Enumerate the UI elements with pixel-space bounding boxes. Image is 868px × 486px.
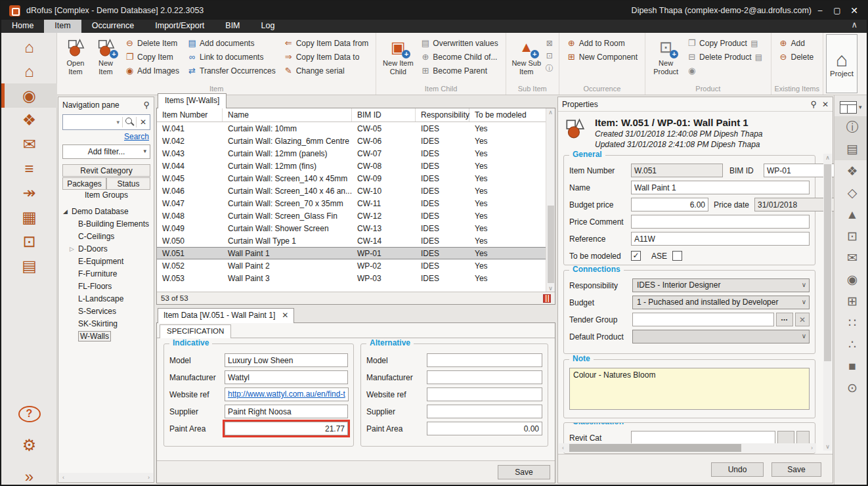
supplier-field[interactable] bbox=[225, 405, 348, 418]
search-icon[interactable] bbox=[123, 116, 136, 129]
scroll-thumb[interactable] bbox=[824, 164, 831, 361]
close-tab-icon[interactable]: ✕ bbox=[282, 311, 288, 323]
table-row[interactable]: W.048 Curtain Wall: Screen_Glass Fin CW-… bbox=[157, 210, 546, 222]
tree-expanded-icon[interactable]: ◢ bbox=[63, 206, 68, 218]
module-button[interactable]: ❖ bbox=[1, 108, 57, 132]
new-sub-item-button[interactable]: ▲ + New Sub Item bbox=[510, 33, 544, 76]
ribbon-button[interactable]: ❐Copy Product▤ bbox=[687, 38, 763, 48]
module-button[interactable]: ✉ bbox=[1, 132, 57, 156]
tree-node[interactable]: B-Building Elements bbox=[78, 218, 154, 231]
ribbon-button[interactable]: ⊕Add to Room bbox=[567, 38, 638, 48]
module-button[interactable]: ▦ bbox=[1, 205, 57, 229]
table-row[interactable]: W.041 Curtain Wall: 10mm CW-05 IDES Yes bbox=[157, 122, 546, 135]
properties-horizontal-scrollbar[interactable]: ‹ › bbox=[559, 443, 816, 453]
view-button[interactable]: ⓘ bbox=[835, 116, 868, 138]
table-row[interactable]: W.046 Curtain Wall: Screen_140 x 46 an..… bbox=[157, 185, 546, 197]
manufacturer-field[interactable] bbox=[225, 370, 348, 384]
view-button[interactable]: ⊙ bbox=[835, 377, 868, 399]
module-button[interactable]: ≡ bbox=[1, 156, 57, 181]
responsibility-dropdown[interactable]: IDES - Interior Designer∨ bbox=[632, 278, 810, 292]
revit-category-clear-button[interactable] bbox=[796, 431, 810, 445]
packages-button[interactable]: Packages bbox=[62, 177, 106, 190]
table-row[interactable]: W.049 Curtain Wall: Shower Screen CW-13 … bbox=[157, 222, 546, 234]
scroll-thumb[interactable] bbox=[548, 206, 554, 283]
tender-group-clear-button[interactable]: ✕ bbox=[795, 313, 810, 326]
module-button[interactable]: ▤ bbox=[1, 254, 57, 278]
module-button[interactable]: ↠ bbox=[1, 181, 57, 205]
ribbon-button[interactable]: ⊞New Component bbox=[567, 52, 638, 62]
tree-node[interactable]: L-Landscape bbox=[78, 293, 154, 305]
ribbon-button[interactable]: ❐Copy Item bbox=[125, 52, 179, 62]
scroll-left-icon[interactable]: ‹ bbox=[559, 445, 567, 451]
ribbon-button[interactable]: ◉Add Images bbox=[125, 66, 179, 76]
scroll-left-icon[interactable]: ‹ bbox=[59, 474, 68, 481]
product-add-document-icon[interactable]: ▤ bbox=[750, 39, 759, 48]
ribbon-button[interactable]: ⇐Copy Item Data from bbox=[284, 38, 369, 48]
table-row[interactable]: W.044 Curtain Wall: 12mm (fins) CW-08 ID… bbox=[157, 160, 546, 172]
menu-tab[interactable]: Log bbox=[251, 20, 286, 33]
price-comment-field[interactable] bbox=[631, 215, 810, 229]
ribbon-button[interactable]: ⊕Add bbox=[779, 38, 814, 48]
menu-tab[interactable]: Occurrence bbox=[81, 20, 145, 33]
view-button[interactable]: ∷ bbox=[835, 312, 868, 334]
ribbon-button[interactable]: ◉ bbox=[687, 66, 763, 76]
properties-vertical-scrollbar[interactable]: ∧ ∨ bbox=[823, 154, 832, 451]
revit-category-field[interactable] bbox=[631, 431, 775, 445]
tree-node[interactable]: C-Ceilings bbox=[78, 231, 154, 243]
view-button[interactable]: ✉ bbox=[835, 247, 868, 269]
revit-category-button[interactable]: Revit Category bbox=[62, 164, 150, 177]
open-item-button[interactable]: Open Item bbox=[60, 33, 91, 76]
table-row[interactable]: W.053 Wall Paint 3 WP-03 IDES Yes bbox=[157, 272, 546, 284]
table-row[interactable]: W.045 Curtain Wall: Screen_140 x 45mm CW… bbox=[157, 172, 546, 185]
alt-paint-area-field[interactable] bbox=[427, 422, 542, 435]
save-button[interactable]: Save bbox=[498, 465, 550, 479]
navigation-horizontal-scrollbar[interactable]: ‹ › bbox=[59, 473, 153, 481]
view-button[interactable]: ❖ bbox=[835, 160, 868, 182]
collapse-ribbon-icon[interactable]: ∧ bbox=[842, 20, 867, 33]
settings-button[interactable]: ⚙ bbox=[1, 430, 57, 461]
ribbon-button[interactable]: ⊟Delete Product▤ bbox=[687, 52, 763, 62]
ribbon-button[interactable]: ⇄Transfer Occurrences bbox=[187, 66, 276, 76]
alt-website-ref-field[interactable] bbox=[427, 387, 542, 401]
ribbon-icon-button[interactable]: ⓘ bbox=[545, 64, 554, 73]
revit-category-browse-button[interactable] bbox=[777, 431, 794, 445]
ribbon-button[interactable]: ▤Overwritten values bbox=[420, 38, 498, 48]
ribbon-button[interactable]: ✎Change serial bbox=[284, 66, 369, 76]
ase-checkbox[interactable] bbox=[672, 251, 682, 261]
default-product-dropdown[interactable]: ∨ bbox=[632, 330, 810, 343]
table-row[interactable]: W.043 Curtain Wall: 12mm (panels) CW-07 … bbox=[157, 147, 546, 160]
tree-node[interactable]: E-Equipment bbox=[78, 255, 154, 268]
column-header[interactable]: Responsibility bbox=[416, 108, 469, 121]
ribbon-button[interactable]: ⊕Become Child of... bbox=[420, 52, 498, 62]
website-ref-link[interactable]: http://www.wattyl.com.au/en/find-t bbox=[228, 389, 345, 399]
column-header[interactable]: BIM ID bbox=[352, 108, 416, 121]
ribbon-icon-button[interactable]: ⊠ bbox=[545, 39, 554, 48]
column-header[interactable]: Name bbox=[223, 108, 352, 121]
menu-tab[interactable]: BIM bbox=[215, 20, 250, 33]
help-button[interactable]: ? bbox=[1, 398, 57, 430]
tree-node[interactable]: F-Furniture bbox=[78, 268, 154, 280]
item-data-tab[interactable]: Item Data [W.051 - Wall Paint 1] ✕ bbox=[158, 308, 294, 323]
reference-field[interactable] bbox=[631, 232, 810, 246]
tender-group-browse-button[interactable]: ••• bbox=[776, 313, 793, 326]
tree-node[interactable]: SK-Skirting bbox=[78, 318, 154, 330]
filter-indicator-icon[interactable] bbox=[543, 294, 551, 303]
module-button[interactable]: ⌂ bbox=[1, 59, 57, 83]
search-input[interactable] bbox=[63, 116, 114, 129]
expand-sidebar-button[interactable]: » bbox=[1, 461, 57, 486]
module-button[interactable]: ⌂ bbox=[1, 35, 57, 59]
new-product-button[interactable]: ⊡ + New Product bbox=[649, 33, 683, 76]
view-button[interactable]: ▤ bbox=[835, 138, 868, 160]
table-row[interactable]: W.050 Curtain Wall Type 1 CW-14 IDES Yes bbox=[157, 234, 546, 247]
add-filter-dropdown[interactable]: Add filter... ▾ bbox=[62, 144, 150, 159]
ribbon-button[interactable]: ⇒Copy Item Data to bbox=[284, 52, 369, 62]
close-panel-icon[interactable]: ✕ bbox=[822, 100, 829, 109]
ribbon-button[interactable]: ▤Add documents bbox=[187, 38, 276, 48]
scroll-down-icon[interactable]: ∨ bbox=[546, 285, 555, 292]
scroll-up-icon[interactable]: ∧ bbox=[823, 154, 832, 161]
scroll-down-icon[interactable]: ∨ bbox=[823, 443, 832, 450]
module-button[interactable]: ⊡ bbox=[1, 229, 57, 254]
tree-node[interactable]: W-Walls bbox=[78, 330, 154, 343]
tree-node[interactable]: S-Services bbox=[78, 305, 154, 318]
budget-dropdown[interactable]: 1 - Puchased and installed by Developer∨ bbox=[632, 296, 810, 309]
